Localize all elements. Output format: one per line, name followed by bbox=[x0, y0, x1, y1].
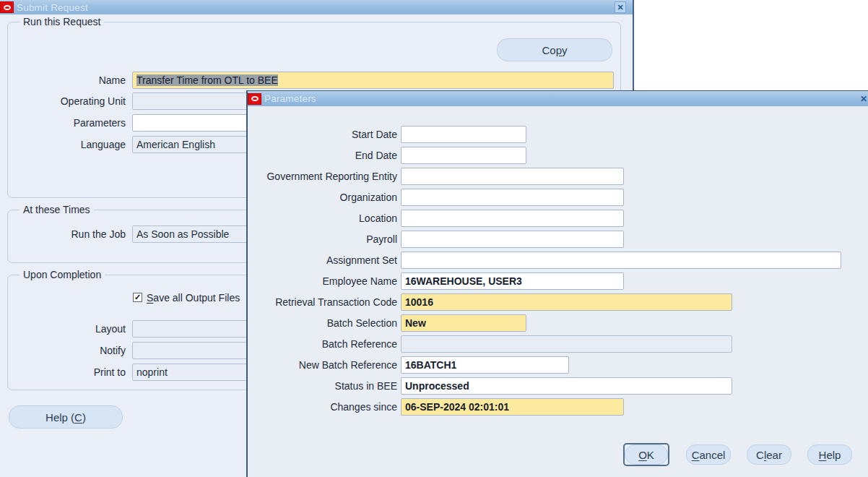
cancel-button[interactable]: Cancel bbox=[686, 444, 731, 465]
new-batch-reference-field[interactable]: 16BATCH1 bbox=[401, 356, 569, 374]
parameters-dialog: Parameters ✕ Start Date End Date Governm… bbox=[246, 90, 868, 477]
end-date-field[interactable] bbox=[401, 147, 526, 164]
check-icon: ✓ bbox=[134, 293, 141, 301]
location-label: Location bbox=[248, 210, 397, 227]
batch-reference-field[interactable] bbox=[401, 335, 732, 353]
gre-label: Government Reporting Entity bbox=[248, 168, 397, 185]
save-output-checkbox-label: Save all Output Files bbox=[147, 289, 240, 306]
notify-label: Notify bbox=[0, 342, 126, 359]
end-date-label: End Date bbox=[248, 147, 397, 164]
parameters-titlebar[interactable]: Parameters ✕ bbox=[248, 91, 868, 106]
submit-request-titlebar[interactable]: Submit Request ✕ bbox=[0, 0, 633, 14]
help-button[interactable]: Help bbox=[807, 444, 852, 465]
clear-button[interactable]: Clear bbox=[747, 444, 791, 465]
copy-button[interactable]: Copy bbox=[497, 38, 612, 61]
payroll-label: Payroll bbox=[248, 231, 397, 248]
location-field[interactable] bbox=[401, 210, 624, 227]
employee-name-field[interactable]: 16WAREHOUSE, USER3 bbox=[401, 272, 624, 290]
print-to-label: Print to bbox=[0, 364, 126, 381]
upon-completion-group-title: Upon Completion bbox=[19, 269, 105, 280]
name-label: Name bbox=[0, 72, 126, 89]
changes-since-label: Changes since bbox=[248, 398, 397, 416]
submit-request-title: Submit Request bbox=[17, 2, 88, 13]
close-icon[interactable]: ✕ bbox=[858, 93, 868, 105]
run-the-job-label: Run the Job bbox=[0, 225, 126, 243]
name-field[interactable]: Transfer Time from OTL to BEE bbox=[132, 72, 614, 89]
batch-reference-label: Batch Reference bbox=[248, 335, 397, 353]
new-batch-reference-label: New Batch Reference bbox=[248, 356, 397, 374]
help-c-button[interactable]: Help (C) bbox=[9, 405, 123, 429]
batch-selection-field[interactable]: New bbox=[401, 314, 526, 332]
changes-since-field[interactable]: 06-SEP-2024 02:01:01 bbox=[401, 398, 624, 416]
retrieval-code-label: Retrieval Transaction Code bbox=[248, 293, 397, 311]
language-label: Language bbox=[0, 136, 126, 153]
ok-button-focus-ring: OK bbox=[623, 443, 669, 466]
status-in-bee-field[interactable]: Unprocessed bbox=[401, 377, 732, 395]
employee-name-label: Employee Name bbox=[248, 272, 397, 290]
assignment-set-field[interactable] bbox=[401, 252, 841, 269]
operating-unit-label: Operating Unit bbox=[0, 93, 126, 110]
close-icon[interactable]: ✕ bbox=[615, 1, 626, 13]
status-in-bee-label: Status in BEE bbox=[248, 377, 397, 395]
selected-text: Transfer Time from OTL to BEE bbox=[136, 74, 278, 86]
retrieval-code-field[interactable]: 10016 bbox=[401, 293, 732, 311]
parameters-label: Parameters bbox=[0, 114, 126, 132]
assignment-set-label: Assignment Set bbox=[248, 252, 397, 269]
start-date-label: Start Date bbox=[248, 126, 397, 143]
oracle-logo-icon bbox=[248, 93, 261, 105]
batch-selection-label: Batch Selection bbox=[248, 314, 397, 332]
oracle-logo-icon bbox=[0, 1, 14, 13]
gre-field[interactable] bbox=[401, 168, 624, 185]
start-date-field[interactable] bbox=[401, 126, 526, 143]
parameters-title: Parameters bbox=[264, 93, 316, 104]
at-these-times-group-title: At these Times bbox=[19, 204, 94, 215]
layout-label: Layout bbox=[0, 320, 126, 338]
ok-button[interactable]: OK bbox=[625, 444, 668, 465]
payroll-field[interactable] bbox=[401, 231, 624, 248]
save-output-checkbox[interactable]: ✓ bbox=[133, 293, 142, 302]
run-this-request-group-title: Run this Request bbox=[19, 16, 104, 27]
organization-label: Organization bbox=[248, 189, 397, 206]
organization-field[interactable] bbox=[401, 189, 624, 206]
